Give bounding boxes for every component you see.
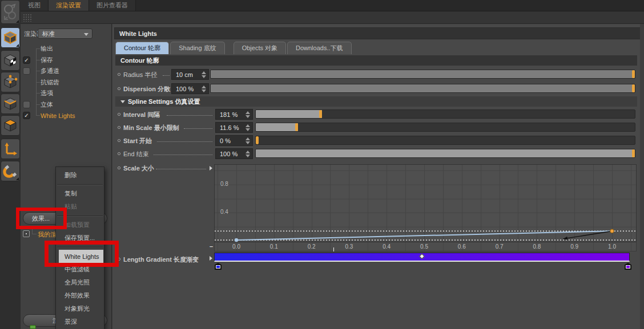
c4d-logo-icon[interactable]: [1, 0, 20, 24]
menu-item[interactable]: 外部效果: [56, 289, 104, 302]
menu-item[interactable]: 对象辉光: [56, 302, 104, 315]
param-label: Start 开始: [123, 137, 152, 145]
slider-handle[interactable]: [319, 110, 322, 118]
tree-item[interactable]: 抗锯齿: [21, 77, 111, 88]
slider-handle[interactable]: [632, 149, 635, 157]
model-mode-icon[interactable]: [1, 27, 20, 48]
menu-item[interactable]: 删除: [56, 169, 104, 182]
tree-item[interactable]: ✓保存: [21, 55, 111, 66]
start-value-field[interactable]: 0 %: [215, 135, 253, 146]
tree-item-label: 输出: [41, 44, 53, 53]
keyframe-dot-icon[interactable]: [118, 113, 120, 116]
tree-item[interactable]: 立体: [21, 99, 111, 111]
effect-tab[interactable]: Shading 底纹: [170, 42, 224, 54]
drag-grip-icon[interactable]: [23, 14, 32, 22]
section-header-contour[interactable]: Contour 轮廓: [115, 55, 637, 66]
param-label: Radius 半径: [123, 71, 157, 79]
tree-item[interactable]: 选项: [21, 88, 111, 99]
checkbox[interactable]: [23, 67, 30, 75]
min-scale-slider[interactable]: [255, 123, 635, 132]
x-axis-tick-label: 0.2: [308, 243, 316, 250]
expander-arrow-icon[interactable]: [210, 166, 212, 170]
dotted-leader: [154, 155, 212, 155]
tree-item[interactable]: ✓White Lights: [21, 110, 111, 121]
menu-item[interactable]: 全局光照: [56, 276, 104, 289]
radius-value: 10 cm: [176, 71, 193, 78]
start-slider[interactable]: [255, 136, 635, 145]
keyframe-dot-icon[interactable]: [118, 126, 120, 129]
section-header-spline-settings[interactable]: Spline Settings 仿真设置: [115, 96, 637, 107]
y-axis-tick-label: 0.8: [220, 181, 228, 187]
interval-value-field[interactable]: 181 %: [215, 109, 253, 120]
stepper-arrows-icon[interactable]: [202, 71, 206, 78]
stepper-arrows-icon[interactable]: [245, 124, 250, 131]
stepper-arrows-icon[interactable]: [202, 86, 206, 92]
menu-item[interactable]: 景深: [56, 315, 104, 328]
effect-settings-panel: White Lights Contour 轮廓Shading 底纹Objects…: [112, 24, 644, 329]
keyframe-dot-icon[interactable]: [118, 87, 120, 90]
points-mode-icon[interactable]: [1, 72, 20, 92]
param-label: Dispersion 分散: [123, 85, 170, 94]
snap-magnet-icon[interactable]: [1, 161, 20, 181]
stepper-arrows-icon[interactable]: [245, 111, 250, 118]
effect-tab[interactable]: Contour 轮廓: [115, 42, 169, 54]
keyframe-dot-icon[interactable]: [118, 152, 120, 155]
stepper-arrows-icon[interactable]: [245, 137, 250, 144]
expander-arrow-icon[interactable]: [210, 256, 212, 261]
x-axis-tick-label: 1.0: [608, 243, 616, 250]
radius-value-field[interactable]: 10 cm: [171, 69, 209, 80]
axis-mode-icon[interactable]: [1, 139, 20, 159]
layout-tab[interactable]: 视图: [21, 0, 49, 11]
tree-item[interactable]: 多通道: [21, 66, 111, 77]
keyframe-dot-icon[interactable]: [118, 139, 120, 142]
tree-item[interactable]: 输出: [21, 43, 111, 55]
checkbox[interactable]: ✓: [23, 56, 30, 64]
stepper-arrows-icon[interactable]: [245, 151, 250, 157]
slider-handle[interactable]: [632, 84, 635, 92]
slider-handle[interactable]: [295, 123, 298, 131]
radius-slider[interactable]: [210, 70, 635, 79]
param-row-dispersion: Dispersion 分散 100 %: [112, 83, 644, 95]
param-label: Min Scale 最小限制: [123, 124, 179, 132]
end-slider[interactable]: [255, 149, 635, 158]
tree-item-label: 抗锯齿: [41, 78, 59, 87]
tree-branch-line: [36, 115, 40, 116]
checkbox[interactable]: [23, 101, 30, 108]
effect-tab[interactable]: Downloads..下载: [287, 42, 352, 54]
effect-tab[interactable]: Objects 对象: [234, 42, 286, 54]
length-gradient-bar[interactable]: [214, 253, 630, 262]
dispersion-slider[interactable]: [210, 84, 635, 93]
checkbox[interactable]: ✓: [23, 112, 30, 119]
slider-handle[interactable]: [256, 136, 259, 144]
checker-cube-glyph: [3, 53, 18, 68]
toolbar-strip: [21, 11, 644, 24]
dotted-leader: [157, 141, 212, 142]
layout-tab[interactable]: 渲染设置: [49, 0, 89, 11]
renderer-row: 渲染器 标准: [21, 29, 111, 39]
tree-branch-line: [36, 48, 40, 49]
axis-cursor-tick: [333, 247, 334, 251]
gradient-midpoint-diamond[interactable]: [419, 254, 425, 259]
edges-mode-icon[interactable]: [1, 94, 20, 114]
renderer-dropdown[interactable]: 标准: [38, 29, 92, 39]
dotted-leader: [184, 128, 212, 129]
slider-handle[interactable]: [632, 70, 635, 78]
texture-mode-icon[interactable]: [1, 50, 20, 71]
zoom-out-minus[interactable]: –: [210, 243, 213, 250]
dispersion-value-field[interactable]: 100 %: [171, 83, 209, 94]
x-axis-tick-label: 0.4: [383, 243, 391, 250]
scale-spline-graph[interactable]: 0.8 0.4: [214, 164, 637, 242]
interval-slider[interactable]: [255, 109, 635, 119]
x-axis-tick-label: 0.5: [420, 243, 428, 250]
param-row-interval: Interval 间隔 181 %: [112, 109, 644, 120]
menu-item[interactable]: 复制: [56, 187, 104, 200]
layout-tab[interactable]: 图片查看器: [89, 0, 136, 11]
chevron-down-icon: [84, 33, 88, 36]
keyframe-dot-icon[interactable]: [118, 166, 120, 169]
x-axis-strip[interactable]: 0.00.10.20.30.40.50.60.70.80.91.0: [214, 242, 637, 251]
polygons-mode-icon[interactable]: [1, 115, 20, 136]
end-value-field[interactable]: 100 %: [215, 148, 253, 159]
keyframe-dot-icon[interactable]: [118, 73, 120, 76]
end-value: 100 %: [220, 151, 238, 157]
min-scale-value-field[interactable]: 11.6 %: [215, 122, 253, 133]
